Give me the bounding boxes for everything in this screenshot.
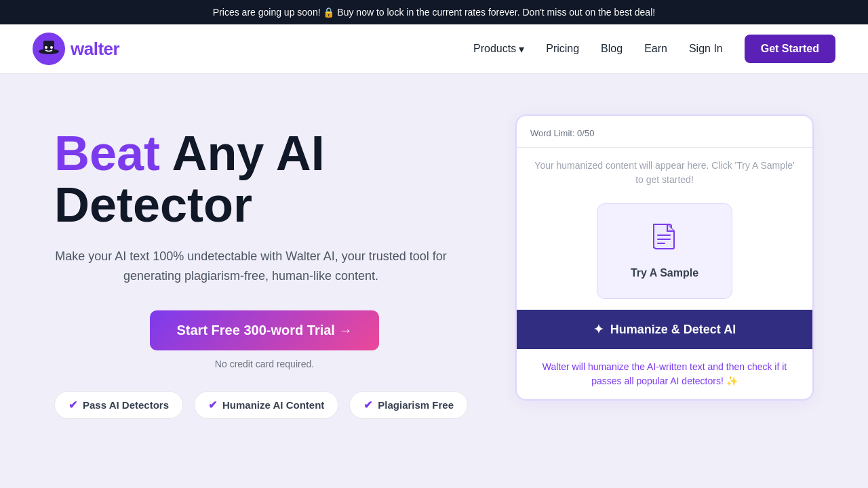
widget-panel: Word Limit: 0/50 Your humanized content … xyxy=(515,115,814,401)
nav-products[interactable]: Products ▾ xyxy=(473,43,524,56)
humanize-button[interactable]: ✦ Humanize & Detect AI xyxy=(517,310,812,349)
widget-footer-text: Walter will humanize the AI-written text… xyxy=(542,361,787,386)
hero-left: Beat Any AI Detector Make your AI text 1… xyxy=(54,115,475,419)
trial-button[interactable]: Start Free 300-word Trial → xyxy=(150,310,380,350)
svg-rect-2 xyxy=(43,41,54,52)
document-icon xyxy=(651,223,678,259)
check-icon-3: ✔ xyxy=(363,399,372,411)
chevron-down-icon: ▾ xyxy=(519,43,524,56)
get-started-button[interactable]: Get Started xyxy=(745,35,835,63)
hero-title: Beat Any AI Detector xyxy=(54,128,475,230)
svg-point-3 xyxy=(45,46,47,49)
humanize-button-label: Humanize & Detect AI xyxy=(610,323,736,337)
signin-link[interactable]: Sign In xyxy=(689,43,723,55)
navbar: walter Products ▾ Pricing Blog Earn Sign… xyxy=(0,24,868,74)
badge-plagiarism-free: ✔ Plagiarism Free xyxy=(349,391,468,419)
navbar-links: Products ▾ Pricing Blog Earn Sign In Get… xyxy=(473,35,835,63)
no-credit-card-text: No credit card required. xyxy=(54,359,475,369)
try-sample-label: Try A Sample xyxy=(631,267,698,279)
try-sample-button[interactable]: Try A Sample xyxy=(597,203,732,299)
widget-top: Word Limit: 0/50 xyxy=(517,116,812,148)
hero-subtitle: Make your AI text 100% undetectable with… xyxy=(54,247,448,286)
banner-text: Prices are going up soon! 🔒 Buy now to l… xyxy=(213,7,655,18)
widget-textarea-area: Your humanized content will appear here.… xyxy=(517,148,812,310)
hero-title-beat: Beat xyxy=(54,126,160,180)
badge-humanize-content: ✔ Humanize AI Content xyxy=(194,391,338,419)
top-banner: Prices are going up soon! 🔒 Buy now to l… xyxy=(0,0,868,24)
sparkle-icon: ✦ xyxy=(593,322,604,337)
feature-badges: ✔ Pass AI Detectors ✔ Humanize AI Conten… xyxy=(54,391,475,419)
svg-point-4 xyxy=(50,46,53,49)
badge-pass-detectors: ✔ Pass AI Detectors xyxy=(54,391,183,419)
nav-pricing[interactable]: Pricing xyxy=(546,43,579,55)
nav-blog[interactable]: Blog xyxy=(601,43,623,55)
word-limit-label: Word Limit: 0/50 xyxy=(530,128,594,138)
check-icon-1: ✔ xyxy=(68,399,77,411)
logo-text: walter xyxy=(71,39,119,60)
logo[interactable]: walter xyxy=(33,33,119,65)
hero-section: Beat Any AI Detector Make your AI text 1… xyxy=(0,74,868,446)
widget-placeholder-text: Your humanized content will appear here.… xyxy=(530,159,799,187)
nav-earn[interactable]: Earn xyxy=(644,43,667,55)
logo-icon xyxy=(33,33,65,65)
widget-footer: Walter will humanize the AI-written text… xyxy=(517,349,812,399)
check-icon-2: ✔ xyxy=(208,399,217,411)
